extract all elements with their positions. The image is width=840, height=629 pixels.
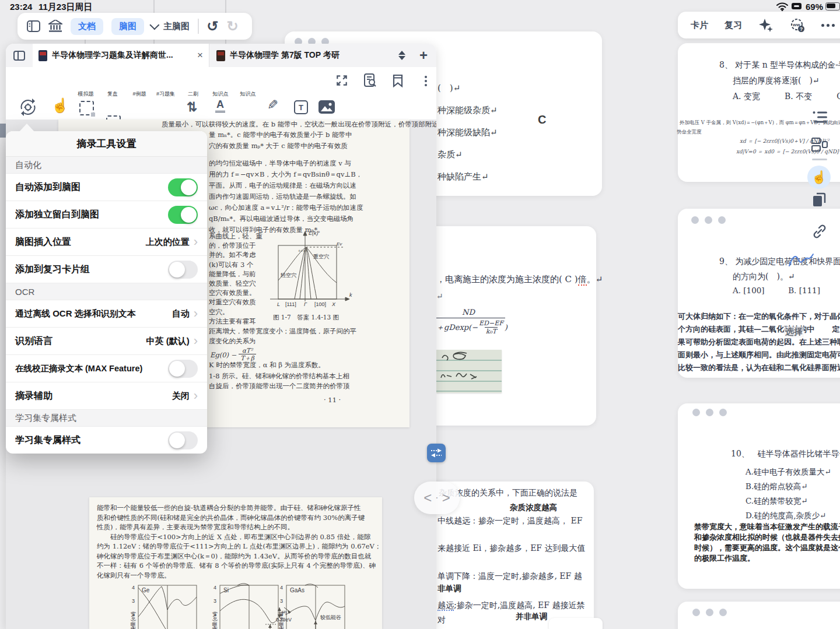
undo-button[interactable]: ↺ — [207, 18, 219, 34]
return-mark: ↵ — [436, 291, 443, 301]
ai-sparkle-icon[interactable] — [758, 18, 774, 32]
panel-swap-button[interactable] — [427, 444, 446, 462]
card-text: 9、 为减少固定电荷密度和快界面态的影响,在 — [719, 256, 840, 267]
card-formula: ND ＋gDexp(− ED−EF k₀T ) — [436, 308, 508, 335]
card-layout-icon[interactable] — [811, 138, 828, 152]
tab-title: 半导体物理学 第7版 TOP 考研 — [230, 50, 340, 61]
card-handle-dots — [692, 609, 727, 616]
select-menu-label[interactable]: 选择 — [784, 326, 804, 338]
page-text: 1-8 所示。硅、锗和砷化镓的价带结构基本上相 自旋后，价带顶能带出现一个二度简… — [209, 371, 350, 391]
divider-dot: · — [435, 493, 438, 503]
floating-button-partial[interactable] — [549, 618, 603, 629]
pencil-tool-icon[interactable]: ✎ — [267, 97, 278, 113]
handwriting-image — [436, 350, 502, 393]
card-text: 挡层的厚度将逐渐( )↵ — [733, 76, 820, 86]
excerpt-settings-gear-icon[interactable] — [18, 97, 38, 117]
svg-text:约: 约 — [282, 610, 287, 616]
divider-right-chevron: > — [442, 490, 450, 506]
tool-label: 知识点 — [232, 90, 264, 98]
redo-button-disabled[interactable]: ↻ — [227, 18, 239, 34]
setting-add-standalone[interactable]: 添加独立留白到脑图 — [6, 201, 207, 229]
hand-tool-icon[interactable]: ☝ — [51, 97, 69, 114]
sidebar-toggle-icon[interactable] — [27, 20, 40, 32]
excerpt-tool-mock-exam[interactable] — [79, 101, 94, 115]
excerpt-tool-highlight-text[interactable]: A — [215, 99, 225, 113]
card-options: A. 变宽 B. 不变 C. 变窄 — [733, 92, 840, 102]
split-view-button[interactable] — [6, 51, 33, 61]
close-tab-icon[interactable]: × — [197, 50, 203, 61]
chevron-right-icon: › — [194, 335, 198, 347]
tab-inactive[interactable]: 半导体物理学 第7版 TOP 考研 — [209, 44, 384, 67]
card-text: 10、 硅半导体器件比锗半导体器件的 — [731, 449, 840, 459]
image-tool-icon[interactable] — [318, 100, 335, 114]
toolbar-divider — [812, 159, 827, 160]
battery-icon — [825, 2, 840, 10]
panel-divider-handle[interactable]: < · > — [414, 482, 460, 514]
toggle-auto-add[interactable] — [168, 178, 198, 196]
text-box-tool[interactable]: T — [294, 100, 308, 114]
setting-add-to-flashcards[interactable]: 添加到复习卡片组 — [6, 256, 207, 283]
setting-auto-add-to-map[interactable]: 自动添加到脑图 — [6, 174, 207, 201]
toggle-add-standalone[interactable] — [168, 206, 198, 224]
handwriting-squiggle — [788, 252, 814, 268]
page-text: 质量最小，可以获得较大的速度。在 b 能带中，空状态一般出现在价带顶附近，价带顶… — [162, 119, 436, 130]
new-tab-button[interactable]: + — [411, 47, 436, 64]
document-tab-bar: 半导体物理学习题集及详解商世... × 半导体物理学 第7版 TOP 考研 + — [6, 44, 436, 67]
more-menu-icon[interactable] — [422, 74, 429, 88]
hand-select-tool-active[interactable]: ☝ — [807, 166, 831, 189]
svg-text:?: ? — [800, 26, 803, 32]
svg-text:1: 1 — [214, 625, 216, 629]
tab-document[interactable]: 文档 — [71, 18, 103, 35]
tab-sort-button[interactable] — [393, 51, 411, 60]
toggle-online-correction[interactable] — [168, 360, 198, 378]
setting-excerpt-assist[interactable]: 摘录辅助 关闭 › — [6, 382, 207, 410]
setting-offline-ocr[interactable]: 通过离线 OCR 选择和识别文本 自动 › — [6, 300, 207, 328]
toggle-study-set-style[interactable] — [168, 431, 198, 449]
setting-insert-position[interactable]: 脑图插入位置 上次的位置 › — [6, 229, 207, 256]
document-search-icon[interactable] — [363, 73, 378, 88]
section-automation: 自动化 — [6, 157, 207, 174]
popup-arrow — [19, 124, 35, 132]
wifi-icon — [776, 2, 789, 11]
setting-online-correction[interactable]: 在线校正摘录文本 (MAX Feature) — [6, 355, 207, 382]
library-icon[interactable] — [48, 20, 62, 33]
main-map-selector[interactable]: 主脑图 — [152, 21, 190, 32]
excerpt-tool-second-pass[interactable]: ⇅ — [187, 100, 197, 115]
link-icon[interactable] — [812, 224, 827, 239]
svg-text:Ev: Ev — [337, 241, 342, 247]
tab-active[interactable]: 半导体物理学习题集及详解商世... × — [33, 44, 209, 67]
bookmark-icon[interactable] — [391, 73, 405, 87]
svg-text:X: X — [331, 301, 336, 307]
copy-icon[interactable] — [812, 192, 827, 208]
card-text: 越远;掺杂一定时,温度越高, EF 越接近禁 — [438, 600, 584, 611]
svg-text:[111]: [111] — [285, 301, 296, 307]
svg-text:[100]: [100] — [314, 301, 326, 307]
svg-text:3: 3 — [214, 598, 216, 604]
tab-mindmap[interactable]: 脑图 — [111, 18, 144, 35]
app-canvas: 23:24 11月23日周日 69% ( )↵ 种深能级杂质↵ 种深能级缺陷↵ … — [0, 0, 840, 629]
svg-text:3: 3 — [280, 598, 283, 604]
svg-text:0.29eV: 0.29eV — [276, 617, 292, 623]
toggle-add-to-flashcards[interactable] — [168, 261, 198, 279]
setting-study-set-style[interactable]: 学习集专属样式 — [6, 427, 207, 454]
excerpt-settings-popup: 摘录工具设置 自动化 自动添加到脑图 添加独立留白到脑图 脑图插入位置 上次的位… — [6, 131, 207, 454]
review-button[interactable]: 复习 — [724, 20, 742, 31]
annotation-text: 杂质浓度越高 — [510, 503, 557, 513]
card-options: A.硅中电子有效质量大↵ B.硅的熔点较高↵ C.硅的禁带较宽↵ D.硅的纯度高… — [746, 465, 831, 523]
sort-down-icon — [398, 56, 405, 60]
svg-text:重空穴: 重空穴 — [313, 254, 330, 259]
svg-text:3: 3 — [132, 598, 135, 604]
answer-mark: C — [538, 113, 546, 126]
cards-button[interactable]: 卡片 — [691, 20, 708, 31]
svg-text:较低能谷: 较低能谷 — [320, 614, 341, 620]
web-search-icon[interactable]: ww ? — [790, 17, 805, 33]
card-paragraph: 可大体归纳如下：在一定的氧化条件下，对于晶体取 个方向的硅表面，其硅—二氧化硅结… — [678, 310, 840, 374]
more-options-button[interactable] — [821, 24, 835, 27]
book-cover-icon — [216, 50, 225, 61]
fullscreen-icon[interactable] — [335, 74, 348, 87]
outline-list-icon[interactable] — [813, 111, 828, 124]
setting-ocr-language[interactable]: 识别语言 中英 (默认) › — [6, 328, 207, 355]
svg-text:轻空穴: 轻空穴 — [281, 272, 297, 278]
split-view-icon — [13, 51, 25, 61]
chevron-down-icon — [149, 20, 159, 30]
